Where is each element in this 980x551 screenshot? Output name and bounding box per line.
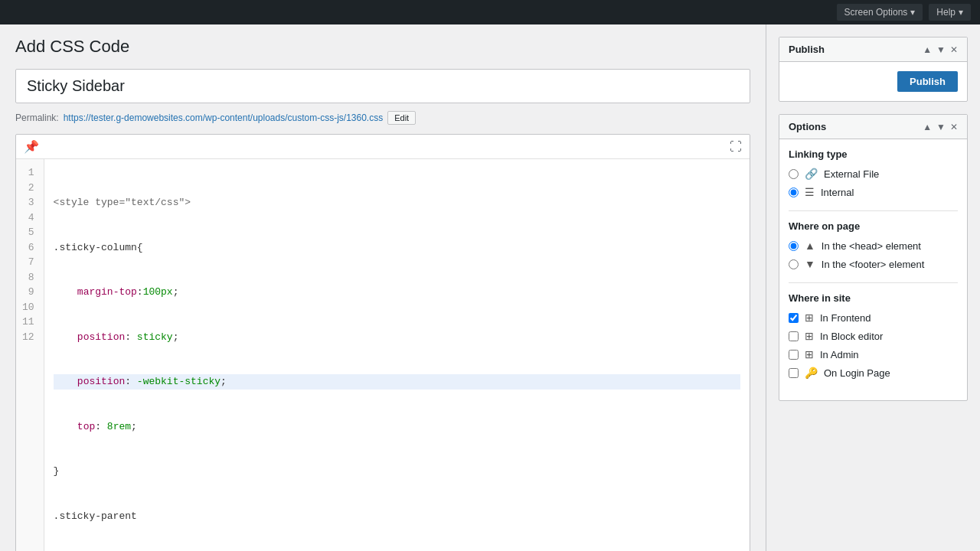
publish-meta-box-header: Publish ▲ ▼ ✕: [779, 37, 967, 62]
internal-radio[interactable]: [789, 187, 799, 197]
footer-label[interactable]: In the <footer> element: [822, 259, 924, 270]
code-line: margin-top:100px;: [54, 285, 740, 300]
close-icon[interactable]: ✕: [950, 122, 958, 132]
internal-label[interactable]: Internal: [821, 187, 854, 198]
option-row-internal: ☰ Internal: [789, 186, 958, 198]
option-row-admin: ⊞ In Admin: [789, 348, 958, 360]
login-page-icon: 🔑: [805, 367, 818, 379]
admin-bar: Screen Options ▾ Help ▾: [0, 0, 980, 24]
where-in-site-section: Where in site ⊞ In Frontend ⊞ In Block e…: [789, 292, 958, 379]
close-icon[interactable]: ✕: [950, 44, 958, 55]
permalink-bar: Permalink: https://tester.g-demowebsites…: [15, 111, 750, 125]
frontend-checkbox[interactable]: [789, 313, 799, 323]
permalink-url[interactable]: https://tester.g-demowebsites.com/wp-con…: [64, 112, 384, 123]
external-file-icon: 🔗: [805, 168, 818, 180]
content-area: Add CSS Code Permalink: https://tester.g…: [0, 24, 766, 551]
line-number: 2: [22, 181, 34, 196]
option-row-footer: ▼ In the <footer> element: [789, 258, 958, 270]
where-on-page-title: Where on page: [789, 220, 958, 232]
editor-toolbar: 📌 ⛶: [16, 135, 750, 159]
where-in-site-title: Where in site: [789, 292, 958, 304]
line-numbers: 1 2 3 4 5 6 7 8 9 10 11 12: [16, 159, 44, 551]
publish-box-title: Publish: [789, 44, 825, 55]
external-file-radio[interactable]: [789, 169, 799, 179]
admin-checkbox[interactable]: [789, 350, 799, 360]
title-input[interactable]: [15, 69, 750, 103]
block-editor-checkbox[interactable]: [789, 331, 799, 341]
screen-options-button[interactable]: Screen Options ▾: [837, 4, 923, 21]
edit-permalink-button[interactable]: Edit: [387, 111, 416, 125]
publish-meta-box-body: Publish: [779, 62, 967, 101]
code-line: .sticky-parent: [54, 509, 740, 524]
code-line: <style type="text/css">: [54, 195, 740, 210]
line-number: 10: [22, 300, 34, 315]
code-line: top: 8rem;: [54, 419, 740, 435]
line-number: 1: [22, 165, 34, 181]
publish-button[interactable]: Publish: [897, 71, 958, 92]
code-line: }: [54, 464, 740, 479]
code-line: .sticky-column{: [54, 240, 740, 256]
options-meta-box-controls: ▲ ▼ ✕: [923, 122, 958, 132]
fullscreen-icon[interactable]: ⛶: [730, 140, 742, 154]
divider: [789, 282, 958, 283]
line-number: 3: [22, 195, 34, 210]
permalink-label: Permalink:: [15, 112, 59, 123]
options-meta-box-header: Options ▲ ▼ ✕: [779, 115, 967, 139]
code-line: position: -webkit-sticky;: [54, 374, 740, 390]
line-number: 5: [22, 225, 34, 240]
line-number: 12: [22, 330, 34, 345]
editor-container: 📌 ⛶ 1 2 3 4 5 6 7 8 9 10 11 12: [15, 134, 750, 551]
publish-meta-box: Publish ▲ ▼ ✕ Publish: [779, 37, 968, 102]
publish-meta-box-controls: ▲ ▼ ✕: [923, 44, 958, 55]
sidebar: Publish ▲ ▼ ✕ Publish Options ▲ ▼ ✕: [766, 24, 980, 551]
internal-icon: ☰: [805, 186, 815, 198]
head-label[interactable]: In the <head> element: [822, 240, 921, 252]
help-label: Help: [936, 7, 956, 18]
block-editor-label[interactable]: In Block editor: [820, 331, 883, 342]
footer-radio[interactable]: [789, 259, 799, 269]
line-number: 9: [22, 285, 34, 300]
options-meta-box-body: Linking type 🔗 External File ☰ Internal: [779, 139, 967, 400]
option-row-login-page: 🔑 On Login Page: [789, 367, 958, 379]
footer-icon: ▼: [805, 258, 815, 270]
editor-toolbar-left: 📌: [24, 139, 39, 154]
collapse-up-icon[interactable]: ▲: [923, 44, 932, 55]
line-number: 4: [22, 210, 34, 226]
block-editor-icon: ⊞: [805, 330, 814, 342]
screen-options-label: Screen Options: [844, 7, 908, 18]
help-button[interactable]: Help ▾: [929, 4, 971, 21]
login-page-checkbox[interactable]: [789, 368, 799, 378]
chevron-down-icon: ▾: [959, 7, 963, 18]
admin-icon: ⊞: [805, 348, 814, 360]
head-radio[interactable]: [789, 241, 799, 251]
main-layout: Add CSS Code Permalink: https://tester.g…: [0, 24, 980, 551]
collapse-down-icon[interactable]: ▼: [936, 44, 946, 55]
line-number: 7: [22, 255, 34, 270]
options-box-title: Options: [789, 121, 826, 132]
chevron-down-icon: ▾: [910, 7, 915, 18]
option-row-head: ▲ In the <head> element: [789, 240, 958, 252]
divider: [789, 210, 958, 211]
login-page-label[interactable]: On Login Page: [824, 367, 890, 379]
page-title: Add CSS Code: [15, 37, 750, 57]
option-row-block-editor: ⊞ In Block editor: [789, 330, 958, 342]
line-number: 11: [22, 315, 34, 330]
frontend-label[interactable]: In Frontend: [820, 312, 871, 324]
option-row-external-file: 🔗 External File: [789, 168, 958, 180]
external-file-label[interactable]: External File: [824, 168, 879, 180]
collapse-down-icon[interactable]: ▼: [936, 122, 946, 132]
linking-type-title: Linking type: [789, 148, 958, 160]
line-number: 8: [22, 270, 34, 285]
where-on-page-section: Where on page ▲ In the <head> element ▼ …: [789, 220, 958, 270]
options-meta-box: Options ▲ ▼ ✕ Linking type 🔗 External Fi…: [779, 114, 968, 401]
pin-icon[interactable]: 📌: [24, 139, 39, 154]
collapse-up-icon[interactable]: ▲: [923, 122, 932, 132]
line-number: 6: [22, 240, 34, 256]
linking-type-section: Linking type 🔗 External File ☰ Internal: [789, 148, 958, 198]
code-content[interactable]: <style type="text/css"> .sticky-column{ …: [44, 159, 750, 551]
admin-label[interactable]: In Admin: [820, 349, 859, 360]
code-editor[interactable]: 1 2 3 4 5 6 7 8 9 10 11 12 <style type="…: [16, 159, 750, 551]
frontend-icon: ⊞: [805, 311, 814, 324]
option-row-frontend: ⊞ In Frontend: [789, 311, 958, 324]
code-line: position: sticky;: [54, 330, 740, 345]
